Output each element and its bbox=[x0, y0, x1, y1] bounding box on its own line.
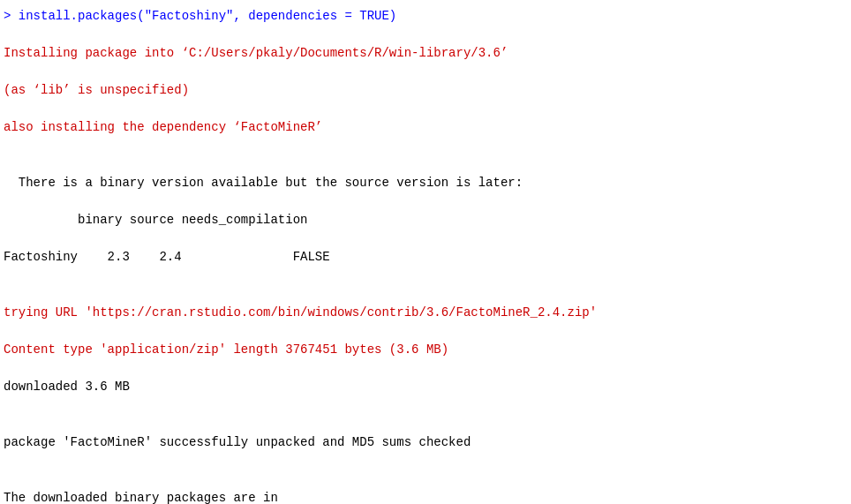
console-line-11: downloaded 3.6 MB bbox=[4, 378, 847, 396]
console-line-15: The downloaded binary packages are in bbox=[4, 489, 847, 504]
console-line-13: package 'FactoMineR' successfully unpack… bbox=[4, 433, 847, 452]
console-line-2: (as ‘lib’ is unspecified) bbox=[4, 81, 847, 100]
console-line-5: There is a binary version available but … bbox=[4, 174, 847, 192]
console-output: > install.packages("Factoshiny", depende… bbox=[4, 7, 847, 504]
console-line-1: Installing package into ‘C:/Users/pkaly/… bbox=[4, 44, 847, 63]
console-line-7: Factoshiny 2.3 2.4 FALSE bbox=[4, 248, 847, 267]
console-line-3: also installing the dependency ‘FactoMin… bbox=[4, 118, 847, 137]
console-line-6: binary source needs_compilation bbox=[4, 211, 847, 229]
console-line-0: > install.packages("Factoshiny", depende… bbox=[4, 7, 847, 26]
console-line-10: Content type 'application/zip' length 37… bbox=[4, 341, 847, 359]
console-line-9: trying URL 'https://cran.rstudio.com/bin… bbox=[4, 304, 847, 322]
